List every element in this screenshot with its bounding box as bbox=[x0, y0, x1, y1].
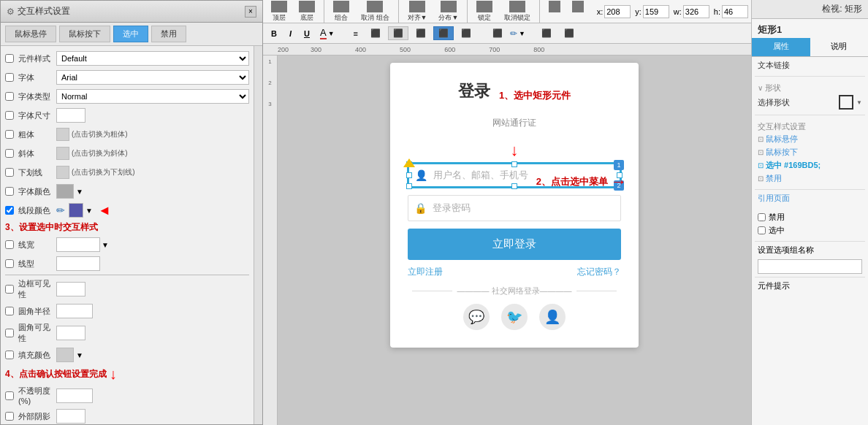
font-color-box[interactable] bbox=[56, 184, 74, 199]
toolbar-top-layer[interactable]: 顶层 bbox=[266, 0, 292, 25]
font-type-select[interactable]: Normal bbox=[56, 89, 249, 104]
align-left[interactable]: ⬛ bbox=[365, 26, 386, 40]
toolbar-unlock[interactable]: 取消锁定 bbox=[499, 0, 536, 25]
fill-color-arrow[interactable]: ▼ bbox=[76, 351, 83, 359]
tab-mouse-press[interactable]: 鼠标按下 bbox=[59, 26, 110, 42]
y-input[interactable] bbox=[643, 5, 669, 18]
toolbar-lock[interactable]: 锁定 bbox=[471, 0, 498, 25]
toolbar-align[interactable]: 对齐▼ bbox=[403, 0, 433, 25]
bold-checkbox[interactable] bbox=[5, 130, 14, 139]
font-size-input[interactable]: 13 bbox=[56, 108, 85, 123]
format-bold[interactable]: B bbox=[266, 27, 282, 40]
tab-disabled[interactable]: 禁用 bbox=[151, 26, 186, 42]
fill-color-checkbox[interactable] bbox=[5, 351, 14, 359]
toolbar-left[interactable] bbox=[544, 0, 566, 25]
align-right[interactable]: ⬛ bbox=[411, 26, 431, 40]
toolbar-bottom-layer[interactable]: 底层 bbox=[294, 0, 320, 25]
line-width-arrow[interactable]: ▼ bbox=[102, 241, 109, 249]
close-button[interactable]: × bbox=[245, 6, 256, 18]
corner-visible-checkbox[interactable] bbox=[5, 329, 14, 337]
opacity-input[interactable]: 100 bbox=[56, 388, 93, 403]
qq-icon[interactable]: 👤 bbox=[539, 304, 566, 330]
dialog-scrollbar[interactable] bbox=[254, 46, 262, 424]
line-width-display[interactable] bbox=[56, 237, 100, 252]
component-style-select[interactable]: Default bbox=[56, 51, 249, 66]
underline-indicator[interactable] bbox=[56, 166, 69, 179]
tab-mouse-hover[interactable]: 鼠标悬停 bbox=[5, 26, 56, 42]
list-unordered[interactable]: ≡ bbox=[349, 27, 363, 40]
font-size-checkbox[interactable] bbox=[5, 111, 14, 120]
format-underline[interactable]: U bbox=[299, 27, 315, 40]
tab-property[interactable]: 属性 bbox=[752, 38, 810, 56]
x-coord: x: bbox=[597, 5, 631, 18]
format-italic[interactable]: I bbox=[284, 27, 297, 40]
shape-selector-control[interactable]: ▼ bbox=[839, 95, 862, 110]
mouse-press-link[interactable]: 鼠标按下 bbox=[766, 147, 798, 158]
h-input[interactable] bbox=[722, 5, 748, 18]
toolbar-ungroup[interactable]: 取消 组合 bbox=[356, 0, 395, 25]
line-color-arrow[interactable]: ▼ bbox=[85, 207, 93, 215]
disabled-checkbox-input[interactable] bbox=[758, 213, 766, 221]
login-subtitle: 网站通行证 bbox=[408, 117, 621, 129]
line-width-checkbox[interactable] bbox=[5, 240, 14, 249]
italic-indicator[interactable] bbox=[56, 147, 69, 160]
shape-box-display bbox=[839, 95, 853, 110]
line-color-box[interactable] bbox=[69, 203, 83, 218]
font-color-btn[interactable]: A bbox=[320, 27, 327, 39]
bold-row: 粗体 (点击切换为粗体) bbox=[5, 126, 249, 142]
format-option3[interactable]: ⬛ bbox=[559, 26, 579, 40]
corner-radius-input[interactable]: 0 bbox=[56, 304, 93, 318]
italic-checkbox[interactable] bbox=[5, 149, 14, 158]
border-visible-display[interactable] bbox=[56, 282, 85, 296]
align-center[interactable]: ⬛ bbox=[388, 26, 408, 40]
toolbar-distribute[interactable]: 分布▼ bbox=[433, 0, 463, 25]
font-checkbox[interactable] bbox=[5, 73, 14, 82]
mouse-hover-link[interactable]: 鼠标悬停 bbox=[766, 134, 798, 145]
tab-selected[interactable]: 选中 bbox=[113, 26, 148, 42]
toolbar-right[interactable] bbox=[567, 0, 589, 25]
option-group-input[interactable] bbox=[758, 259, 862, 274]
register-link[interactable]: 立即注册 bbox=[408, 266, 443, 278]
line-color-checkbox[interactable] bbox=[5, 206, 14, 215]
line-color-btn[interactable]: ✏ bbox=[510, 28, 517, 39]
wechat-icon[interactable]: 💬 bbox=[463, 304, 490, 330]
toolbar-group[interactable]: 组合 bbox=[328, 0, 354, 25]
underline-checkbox[interactable] bbox=[5, 168, 14, 177]
component-style-checkbox[interactable] bbox=[5, 54, 14, 63]
x-input[interactable] bbox=[604, 5, 631, 18]
font-select[interactable]: Arial bbox=[56, 70, 249, 85]
font-type-checkbox[interactable] bbox=[5, 92, 14, 101]
forgot-link[interactable]: 忘记密码？ bbox=[577, 266, 621, 278]
text-highlight[interactable]: ⬛ bbox=[433, 26, 454, 40]
border-visible-checkbox[interactable] bbox=[5, 285, 14, 294]
text-option[interactable]: ⬛ bbox=[456, 26, 476, 40]
line-type-checkbox[interactable] bbox=[5, 259, 14, 268]
canvas-viewport[interactable]: 登录 1、选中矩形元件 网站通行证 ↓ bbox=[278, 55, 751, 425]
font-color-arrow[interactable]: ▼ bbox=[76, 188, 83, 196]
social-divider: ———— 社交网络登录———— bbox=[408, 286, 621, 296]
corner-visible-display[interactable] bbox=[56, 326, 85, 340]
opacity-label: 不透明度(%) bbox=[5, 386, 56, 405]
opacity-checkbox[interactable] bbox=[5, 391, 14, 400]
font-color-checkbox[interactable] bbox=[5, 187, 14, 196]
font-size-label: 字体尺寸 bbox=[5, 110, 56, 121]
fill-color-box[interactable] bbox=[56, 348, 74, 362]
outer-shadow-display[interactable] bbox=[56, 409, 85, 424]
outer-shadow-checkbox[interactable] bbox=[5, 412, 14, 421]
format-option1[interactable]: ⬛ bbox=[487, 26, 508, 40]
submit-button[interactable]: 立即登录 bbox=[408, 229, 621, 260]
weibo-icon[interactable]: 🐦 bbox=[501, 304, 528, 330]
option-group-label: 设置选项组名称 bbox=[758, 245, 814, 256]
selected-checkbox-input[interactable] bbox=[758, 226, 766, 234]
password-input-row[interactable]: 🔒 登录密码 bbox=[408, 195, 621, 221]
line-type-display[interactable] bbox=[56, 256, 100, 271]
format-option2[interactable]: ⬛ bbox=[536, 26, 557, 40]
disabled-link[interactable]: 禁用 bbox=[766, 173, 782, 184]
corner-radius-checkbox[interactable] bbox=[5, 307, 14, 315]
tab-notes[interactable]: 说明 bbox=[810, 38, 869, 56]
selected-link[interactable]: 选中 #169BD5; bbox=[766, 160, 821, 171]
w-input[interactable] bbox=[683, 5, 709, 18]
font-size-row: 字体尺寸 13 bbox=[5, 107, 249, 123]
bold-indicator[interactable] bbox=[56, 128, 69, 141]
bold-hint: (点击切换为粗体) bbox=[72, 129, 128, 139]
